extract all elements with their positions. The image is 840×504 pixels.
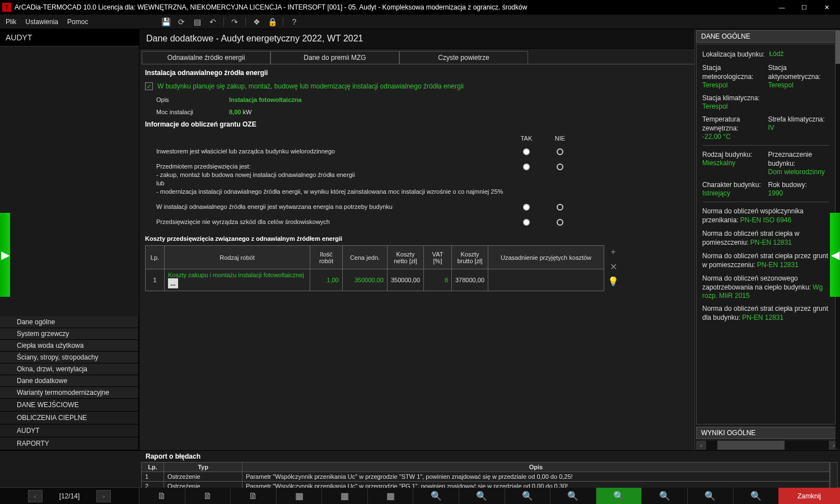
moc-unit: kW [241,109,251,115]
footer-btn-1[interactable]: 🗎 [139,488,185,504]
next-page-arrow[interactable]: ◀ [830,213,840,297]
n4-label: Norma do obliczeń sezonowego zapotrzebow… [702,274,811,291]
right-hscroll[interactable]: ‹ › [696,440,839,450]
prev-page-arrow[interactable]: ▶ [0,213,10,297]
cell-uzas[interactable] [488,269,604,291]
app-icon: T [2,3,11,12]
sk-label: Stacja klimatyczna: [702,94,829,102]
q3-nie-radio[interactable] [557,204,563,211]
maximize-button[interactable]: ☐ [793,0,815,15]
q1-nie-radio[interactable] [557,148,563,155]
pb-label: Przeznaczenie budynku: [768,150,830,168]
page-prev-button[interactable]: ‹ [28,490,43,502]
right-header-wyniki[interactable]: WYNIKI OGÓLNE [696,427,839,439]
cell-ilosc[interactable]: 1,00 [310,269,343,291]
page-next-button[interactable]: › [96,490,111,502]
menu-help[interactable]: Pomoc [67,18,88,26]
error-table: Lp.TypOpis 1OstrzeżenieParametr "Współcz… [141,462,830,491]
footer-btn-13[interactable]: 🔍 [687,488,733,504]
tz-val: -22,00 °C [702,133,764,141]
refresh-icon[interactable]: ⟳ [176,17,186,27]
hscroll-left-icon[interactable]: ‹ [696,441,706,450]
remove-row-button[interactable]: ✕ [608,261,619,272]
opis-value[interactable]: Instalacja fotowoltaiczna [229,96,302,103]
error-row[interactable]: 1OstrzeżenieParametr "Współczynnik przen… [142,472,830,482]
tab-czyste[interactable]: Czyste powietrze [399,51,528,64]
footer-btn-6[interactable]: ▦ [367,488,413,504]
cell-rodzaj[interactable]: Koszty zakupu i montażu instalacji fotow… [165,269,310,291]
footer-btn-11-active[interactable]: 🔍 [596,488,642,504]
footer-btn-10[interactable]: 🔍 [550,488,596,504]
nav-warianty[interactable]: Warianty termomodernizacyjne [0,387,139,399]
menu-settings[interactable]: Ustawienia [25,18,58,26]
save-icon[interactable]: 💾 [161,17,171,27]
redo-icon[interactable]: ↷ [230,17,240,27]
cell-brutto: 378000,00 [452,269,488,291]
err-th-typ: Typ [164,463,242,472]
footer-btn-12[interactable]: 🔍 [641,488,687,504]
titlebar: T ArCADia-TERMOCAD 10.0 Licencja dla: WE… [0,0,840,15]
add-row-button[interactable]: + [608,246,619,258]
n5-val: PN-EN 12831 [742,314,783,321]
footer-btn-14[interactable]: 🔍 [733,488,779,504]
minimize-button[interactable]: — [771,0,793,15]
footer-btn-4[interactable]: ▦ [276,488,322,504]
err-th-opis: Opis [242,463,830,472]
q3-tak-radio[interactable] [523,204,530,211]
menu-file[interactable]: Plik [6,18,16,26]
hint-icon[interactable]: 💡 [608,276,619,287]
nav-system-grzewczy[interactable]: System grzewczy [0,328,139,340]
n2-val: PN-EN 12831 [750,239,792,246]
right-header-dane[interactable]: DANE OGÓLNE [696,30,839,43]
costs-title: Koszty przedsięwzięcia związanego z odna… [145,232,689,245]
cell-netto: 350000,00 [388,269,424,291]
q4-text: Przedsięwzięcie nie wyrządza szkód dla c… [145,218,510,226]
help-icon[interactable]: ? [289,17,299,27]
error-vscroll[interactable] [830,462,838,491]
q2-nie-radio[interactable] [557,164,563,170]
footer-btn-2[interactable]: 🗎 [185,488,231,504]
nav-okna[interactable]: Okna, drzwi, wentylacja [0,363,139,375]
lock-icon[interactable]: 🔒 [267,17,277,27]
costs-table: Lp. Rodzaj robót Ilość robót Cena jedn. … [145,245,604,291]
footer-btn-7[interactable]: 🔍 [413,488,459,504]
nav-section-raporty[interactable]: RAPORTY [0,437,139,450]
section-instalacja: Instalacja odnawialnego źródła energii [145,67,689,79]
rb-label: Rodzaj budynku: [702,150,764,159]
tab-mzg[interactable]: Dane do premii MZG [270,51,399,64]
checkbox-label: W budynku planuje się zakup, montaż, bud… [157,82,464,90]
footer-btn-8[interactable]: 🔍 [459,488,505,504]
q4-tak-radio[interactable] [523,219,530,226]
nav-cwu[interactable]: Ciepła woda użytkowa [0,340,139,352]
q4-nie-radio[interactable] [557,219,563,226]
footer-btn-5[interactable]: ▦ [321,488,367,504]
th-cena: Cena jedn. [343,246,388,269]
footer-btn-9[interactable]: 🔍 [505,488,550,504]
nav-dane-ogolne[interactable]: Dane ogólne [0,316,139,328]
nav-section-wejsciowe[interactable]: DANE WEJŚCIOWE [0,399,139,412]
sm-label: Stacja meteorologiczna: [702,63,764,81]
cell-vat[interactable]: 8 [424,269,452,291]
package-icon[interactable]: ❖ [251,17,262,27]
pb-val: Dom wielorodzinny [768,168,830,176]
right-vscroll-thumb[interactable] [836,30,840,64]
footer-btn-3[interactable]: 🗎 [230,488,276,504]
export-icon[interactable]: ▤ [192,17,202,27]
moc-value[interactable]: 8,00 [229,109,241,115]
undo-icon[interactable]: ↶ [208,17,218,27]
dots-button[interactable]: ... [168,278,178,288]
nav-section-audyt[interactable]: AUDYT [0,424,139,437]
q1-tak-radio[interactable] [523,148,530,155]
nav-dane-dodatkowe[interactable]: Dane dodatkowe [0,375,139,387]
close-window-button[interactable]: ✕ [815,0,838,15]
lok-val: Łódź [769,50,783,59]
table-row[interactable]: 1 Koszty zakupu i montażu instalacji fot… [146,269,604,291]
q2-tak-radio[interactable] [523,164,530,170]
close-button[interactable]: Zamknij [778,488,840,504]
nav-sciany[interactable]: Ściany, stropy, stropodachy [0,352,139,363]
tab-oze[interactable]: Odnawialne źródło energii [142,51,270,64]
menubar: Plik Ustawienia Pomoc 💾 ⟳ ▤ ↶ ↷ ❖ 🔒 ? [0,15,840,29]
nav-section-cieplne[interactable]: OBLICZENIA CIEPLNE [0,412,139,424]
checkbox-planuje[interactable] [145,82,153,90]
cell-cena[interactable]: 350000,00 [343,269,388,291]
